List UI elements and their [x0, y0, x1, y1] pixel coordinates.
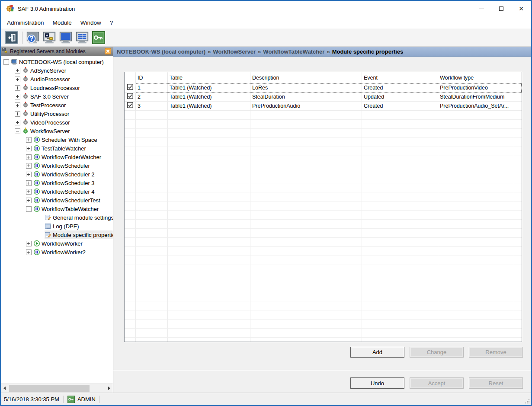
tree-item-workflowscheduler-4[interactable]: WorkflowScheduler 4 [1, 187, 113, 196]
expander-plus-icon[interactable] [15, 68, 20, 74]
monitor-button[interactable] [58, 29, 74, 45]
expander-plus-icon[interactable] [26, 189, 32, 195]
tree-item-videoprocessor[interactable]: VideoProcessor [1, 118, 113, 127]
empty-cell [514, 274, 522, 283]
empty-cell [168, 183, 250, 192]
cell-filler [514, 93, 522, 102]
empty-cell [136, 238, 168, 247]
remove-button[interactable]: Remove [469, 347, 523, 358]
empty-cell [514, 138, 522, 147]
expander-plus-icon[interactable] [26, 154, 32, 160]
reset-button[interactable]: Reset [469, 377, 523, 389]
undo-button[interactable]: Undo [350, 377, 404, 389]
maximize-button[interactable] [491, 1, 511, 16]
tree-item-workflowserver[interactable]: WorkflowServer [1, 127, 113, 135]
scrollbar-thumb[interactable] [9, 385, 90, 392]
expander-plus-icon[interactable] [26, 172, 32, 177]
panel-close-button[interactable] [105, 48, 111, 54]
tree-item-body: AudioProcessor [22, 75, 113, 83]
empty-cell [514, 292, 522, 301]
change-button[interactable]: Change [410, 347, 464, 358]
server-gear-icon [22, 119, 29, 126]
tree-item-testprocessor[interactable]: TestProcessor [1, 101, 113, 109]
breadcrumb: NOTEBOOK-WS (local computer)»WorkflowSer… [113, 47, 531, 57]
tree-item-module-specific-properties[interactable]: Module specific properties [1, 230, 113, 239]
expander-plus-icon[interactable] [26, 198, 32, 203]
empty-cell [168, 147, 250, 156]
checkbox-checked[interactable] [127, 102, 133, 110]
tree-item-workflowscheduler-2[interactable]: WorkflowScheduler 2 [1, 170, 113, 179]
expander-plus-icon[interactable] [26, 163, 32, 169]
expander-plus-icon[interactable] [15, 120, 20, 125]
tree-item-workflowfolderwatcher[interactable]: WorkflowFolderWatcher [1, 153, 113, 161]
tree-item-loudnessprocessor[interactable]: LoudnessProcessor [1, 83, 113, 92]
table-row[interactable]: 1Table1 (Watched)LoResCreatedPreProducti… [125, 83, 522, 93]
tree-item-workflowschedulertest[interactable]: WorkflowSchedulerTest [1, 196, 113, 205]
expander-plus-icon[interactable] [15, 111, 20, 117]
checkbox-checked[interactable] [127, 84, 133, 92]
empty-cell [250, 283, 362, 292]
cell-description: LoRes [250, 83, 362, 93]
expander-minus-icon[interactable] [15, 128, 20, 134]
expander-minus-icon[interactable] [26, 206, 32, 212]
expander-plus-icon[interactable] [26, 241, 32, 246]
breadcrumb-segment: WorkflowServer [213, 48, 256, 55]
expander-plus-icon[interactable] [15, 94, 20, 99]
log-view-button[interactable] [74, 29, 90, 45]
tree-item-scheduler-with-space[interactable]: Scheduler With Space [1, 135, 113, 144]
expander-plus-icon[interactable] [26, 146, 32, 151]
tree-item-notebook-ws-local-computer[interactable]: NOTEBOOK-WS (local computer) [1, 58, 113, 66]
tree-item-log-dpe[interactable]: Log (DPE) [1, 222, 113, 230]
tree-item-workflowworker2[interactable]: WorkflowWorker2 [1, 248, 113, 256]
tree-item-workflowworker[interactable]: WorkflowWorker [1, 239, 113, 248]
tree-item-saf-3-0-server[interactable]: SAF 3.0 Server [1, 92, 113, 101]
table-row[interactable]: 2Table1 (Watched)StealDurationUpdatedSte… [125, 93, 522, 102]
tree-horizontal-scrollbar[interactable] [1, 384, 113, 393]
scroll-left-arrow-icon[interactable] [1, 384, 8, 393]
register-module-button[interactable] [41, 29, 58, 45]
table-row[interactable]: 3Table1 (Watched)PreProductionAudioCreat… [125, 102, 522, 111]
permissions-button[interactable] [90, 29, 107, 45]
expander-plus-icon[interactable] [26, 137, 32, 143]
column-header-workflow-type[interactable]: Workflow type [438, 72, 514, 83]
expander-plus-icon[interactable] [15, 77, 20, 82]
expander-plus-icon[interactable] [26, 249, 32, 255]
column-header-event[interactable]: Event [362, 72, 438, 83]
tree-item-label: TestProcessor [29, 102, 67, 109]
panel-windows-icon [2, 48, 8, 55]
tree-item-testtablewatcher[interactable]: TestTableWatcher [1, 144, 113, 153]
menu-item-item[interactable]: ? [106, 16, 118, 29]
tree-item-adsyncserver[interactable]: AdSyncServer [1, 66, 113, 75]
menu-item-administration[interactable]: Administration [3, 16, 48, 29]
column-header-description[interactable]: Description [250, 72, 362, 83]
expander-plus-icon[interactable] [15, 102, 20, 108]
tree-item-workflowscheduler[interactable]: WorkflowScheduler [1, 161, 113, 170]
resize-grip[interactable] [524, 398, 529, 403]
tree-item-label: UtilityProcessor [29, 111, 71, 117]
help-button[interactable]: ? [25, 29, 41, 45]
accept-button[interactable]: Accept [410, 377, 464, 389]
empty-cell [136, 201, 168, 211]
add-button[interactable]: Add [350, 347, 404, 358]
exit-button[interactable] [3, 29, 20, 45]
minimize-button[interactable] [471, 1, 491, 16]
tree-item-label: VideoProcessor [29, 119, 71, 126]
tree-item-general-module-settings[interactable]: General module settings [1, 213, 113, 222]
column-header-table[interactable]: Table [168, 72, 250, 83]
scroll-right-arrow-icon[interactable] [106, 384, 113, 393]
tree-item-audioprocessor[interactable]: AudioProcessor [1, 75, 113, 83]
menu-item-window[interactable]: Window [76, 16, 106, 29]
column-header-id[interactable]: ID [136, 72, 168, 83]
close-button[interactable]: ✕ [511, 1, 531, 16]
empty-cell [136, 220, 168, 229]
tree-item-utilityprocessor[interactable]: UtilityProcessor [1, 109, 113, 118]
expander-plus-icon[interactable] [26, 180, 32, 186]
tree-item-workflowtablewatcher[interactable]: WorkflowTableWatcher [1, 205, 113, 213]
tree-item-workflowscheduler-3[interactable]: WorkflowScheduler 3 [1, 179, 113, 187]
checkbox-checked[interactable] [127, 93, 133, 101]
settings-page-icon [45, 231, 51, 238]
menu-item-module[interactable]: Module [48, 16, 76, 29]
expander-plus-icon[interactable] [15, 85, 20, 91]
cell-workflow-type: PreProductionVideo [438, 83, 514, 93]
expander-minus-icon[interactable] [3, 59, 9, 65]
